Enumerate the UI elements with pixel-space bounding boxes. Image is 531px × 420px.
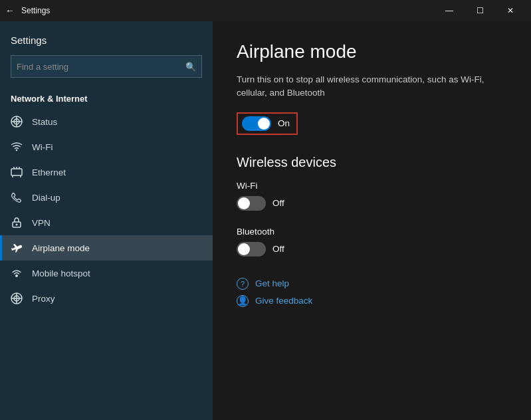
title-bar: ← Settings — ☐ ✕ [0,0,531,21]
sidebar-item-wifi-label: Wi-Fi [32,142,53,152]
minimize-button[interactable]: — [434,0,465,21]
bluetooth-toggle-label: Off [272,244,284,254]
toggle-knob [258,118,270,130]
sidebar-item-proxy[interactable]: Proxy [0,286,213,311]
wireless-section-title: Wireless devices [237,155,507,170]
bluetooth-toggle-knob [238,243,250,255]
sidebar-item-hotspot-label: Mobile hotspot [32,268,90,278]
sidebar-search-container[interactable]: 🔍 [11,55,202,78]
proxy-icon [11,292,23,304]
sidebar-item-airplane[interactable]: Airplane mode [0,235,213,261]
sidebar-app-title: Settings [11,35,202,46]
sidebar-item-ethernet-label: Ethernet [32,167,66,177]
close-button[interactable]: ✕ [495,0,526,21]
give-feedback-label: Give feedback [255,296,312,306]
window-controls: — ☐ ✕ [434,0,526,21]
get-help-link[interactable]: ? Get help [237,278,507,290]
bluetooth-device-name: Bluetooth [237,227,507,237]
sidebar-item-status[interactable]: Status [0,109,213,134]
title-bar-title: Settings [21,6,434,15]
ethernet-icon [11,166,23,178]
wifi-device-item: Wi-Fi Off [237,181,507,213]
give-feedback-icon: 👤 [237,295,249,307]
sidebar-item-ethernet[interactable]: Ethernet [0,159,213,185]
wifi-toggle-label: Off [272,198,284,208]
maximize-button[interactable]: ☐ [465,0,495,21]
get-help-label: Get help [255,278,289,288]
content-area: Airplane mode Turn this on to stop all w… [213,21,531,420]
sidebar-item-dialup-label: Dial-up [32,193,60,203]
wifi-toggle[interactable] [237,196,266,211]
sidebar-item-status-label: Status [32,117,57,127]
dialup-icon [11,191,23,203]
svg-point-11 [16,224,18,226]
svg-rect-4 [11,169,22,175]
wifi-toggle-knob [238,197,250,209]
sidebar: Settings 🔍 Network & Internet Status [0,21,213,420]
airplane-mode-toggle-container: On [237,112,298,135]
airplane-mode-toggle-label: On [278,118,290,128]
search-input[interactable] [17,62,181,72]
vpn-icon [11,217,23,229]
description-text: Turn this on to stop all wireless commun… [237,73,507,100]
back-button[interactable]: ← [5,5,15,16]
sidebar-item-proxy-label: Proxy [32,294,55,304]
bluetooth-device-item: Bluetooth Off [237,227,507,259]
airplane-icon [11,242,23,254]
hotspot-icon [11,267,23,279]
sidebar-header: Settings 🔍 [0,21,213,87]
status-icon [11,116,23,128]
sidebar-item-vpn[interactable]: VPN [0,210,213,235]
page-title: Airplane mode [237,41,507,62]
wifi-icon [11,141,23,153]
bluetooth-toggle[interactable] [237,242,266,257]
give-feedback-link[interactable]: 👤 Give feedback [237,295,507,307]
help-links: ? Get help 👤 Give feedback [237,278,507,307]
sidebar-item-vpn-label: VPN [32,218,51,228]
sidebar-item-dialup[interactable]: Dial-up [0,185,213,210]
airplane-mode-toggle[interactable] [242,116,271,131]
sidebar-item-airplane-label: Airplane mode [32,243,90,253]
sidebar-item-hotspot[interactable]: Mobile hotspot [0,261,213,286]
bluetooth-toggle-row: Off [237,242,284,257]
wifi-toggle-row: Off [237,196,284,211]
wifi-device-name: Wi-Fi [237,181,507,191]
sidebar-section-label: Network & Internet [0,87,213,109]
app-body: Settings 🔍 Network & Internet Status [0,21,531,420]
svg-point-12 [15,274,18,277]
search-icon: 🔍 [185,62,196,72]
get-help-icon: ? [237,278,249,290]
sidebar-item-wifi[interactable]: Wi-Fi [0,134,213,159]
